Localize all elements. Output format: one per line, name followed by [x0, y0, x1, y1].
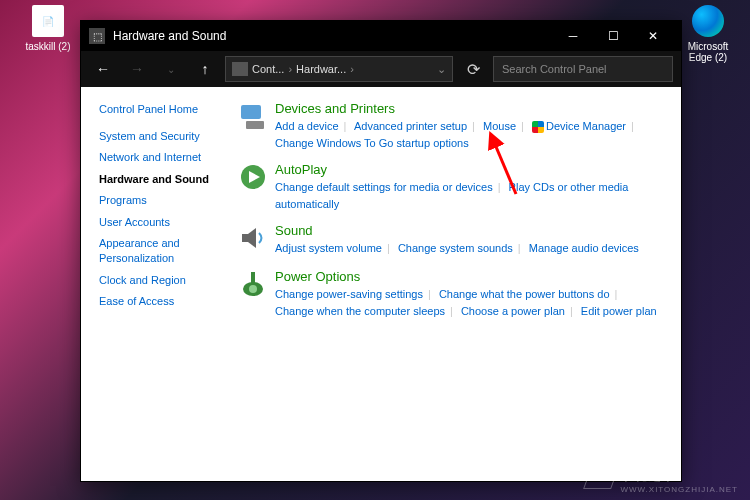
navbar: ← → ⌄ ↑ Cont... › Hardwar... › ⌄ ⟳ Searc… [81, 51, 681, 87]
power-icon [235, 269, 271, 305]
svg-rect-0 [241, 105, 261, 119]
watermark: 系统之家 WWW.XITONGZHIJIA.NET [586, 467, 738, 494]
autoplay-icon [235, 162, 271, 198]
chevron-right-icon: › [288, 63, 292, 75]
svg-marker-5 [248, 228, 256, 248]
search-placeholder: Search Control Panel [502, 63, 607, 75]
sidebar-item-programs[interactable]: Programs [99, 193, 231, 208]
desktop-icon-label: taskkill (2) [18, 41, 78, 52]
sidebar-item-system-security[interactable]: System and Security [99, 129, 231, 144]
devices-printers-icon [235, 101, 271, 137]
shield-icon [532, 121, 544, 133]
chevron-down-icon[interactable]: ⌄ [437, 63, 446, 76]
sound-icon [235, 223, 271, 259]
back-button[interactable]: ← [89, 55, 117, 83]
file-icon: 📄 [32, 5, 64, 37]
sidebar-item-user-accounts[interactable]: User Accounts [99, 215, 231, 230]
category-title[interactable]: Devices and Printers [275, 101, 671, 116]
sidebar-item-ease-access[interactable]: Ease of Access [99, 294, 231, 309]
link-add-device[interactable]: Add a device [275, 120, 339, 132]
watermark-url: WWW.XITONGZHIJIA.NET [620, 485, 738, 494]
app-icon: ⬚ [89, 28, 105, 44]
link-mouse[interactable]: Mouse [483, 120, 516, 132]
link-sleep[interactable]: Change when the computer sleeps [275, 305, 445, 317]
link-system-sounds[interactable]: Change system sounds [398, 242, 513, 254]
link-power-saving[interactable]: Change power-saving settings [275, 288, 423, 300]
breadcrumb-current[interactable]: Hardwar... [296, 63, 346, 75]
category-title[interactable]: Power Options [275, 269, 671, 284]
category-autoplay: AutoPlay Change default settings for med… [235, 162, 671, 213]
control-panel-home-link[interactable]: Control Panel Home [99, 103, 231, 115]
chevron-right-icon: › [350, 63, 354, 75]
forward-button[interactable]: → [123, 55, 151, 83]
maximize-button[interactable]: ☐ [593, 21, 633, 51]
link-device-manager[interactable]: Device Manager [546, 120, 626, 132]
window-title: Hardware and Sound [113, 29, 553, 43]
category-power-options: Power Options Change power-saving settin… [235, 269, 671, 320]
desktop-icon-edge[interactable]: Microsoft Edge (2) [678, 5, 738, 63]
recent-button[interactable]: ⌄ [157, 55, 185, 83]
minimize-button[interactable]: ─ [553, 21, 593, 51]
sidebar-item-hardware-sound[interactable]: Hardware and Sound [99, 172, 231, 187]
link-advanced-printer[interactable]: Advanced printer setup [354, 120, 467, 132]
svg-rect-7 [251, 272, 255, 284]
svg-rect-4 [242, 234, 248, 242]
category-title[interactable]: AutoPlay [275, 162, 671, 177]
control-panel-window: ⬚ Hardware and Sound ─ ☐ ✕ ← → ⌄ ↑ Cont.… [80, 20, 682, 482]
sidebar-item-appearance[interactable]: Appearance and Personalization [99, 236, 231, 267]
sidebar: Control Panel Home System and Security N… [81, 87, 231, 481]
up-button[interactable]: ↑ [191, 55, 219, 83]
control-panel-icon [232, 62, 248, 76]
desktop-icon-taskkill[interactable]: 📄 taskkill (2) [18, 5, 78, 52]
category-sound: Sound Adjust system volume| Change syste… [235, 223, 671, 259]
close-button[interactable]: ✕ [633, 21, 673, 51]
desktop-icon-label: Microsoft Edge (2) [678, 41, 738, 63]
link-adjust-volume[interactable]: Adjust system volume [275, 242, 382, 254]
breadcrumb[interactable]: Cont... › Hardwar... › ⌄ [225, 56, 453, 82]
link-audio-devices[interactable]: Manage audio devices [529, 242, 639, 254]
svg-point-8 [249, 285, 257, 293]
category-title[interactable]: Sound [275, 223, 671, 238]
main-panel: Devices and Printers Add a device| Advan… [231, 87, 681, 481]
edge-icon [692, 5, 724, 37]
watermark-logo-icon [583, 473, 617, 489]
link-windows-togo[interactable]: Change Windows To Go startup options [275, 137, 469, 149]
link-choose-plan[interactable]: Choose a power plan [461, 305, 565, 317]
category-devices-printers: Devices and Printers Add a device| Advan… [235, 101, 671, 152]
search-input[interactable]: Search Control Panel [493, 56, 673, 82]
refresh-button[interactable]: ⟳ [459, 60, 487, 79]
sidebar-item-clock-region[interactable]: Clock and Region [99, 273, 231, 288]
sidebar-item-network-internet[interactable]: Network and Internet [99, 150, 231, 165]
link-edit-plan[interactable]: Edit power plan [581, 305, 657, 317]
svg-rect-1 [246, 121, 264, 129]
breadcrumb-root[interactable]: Cont... [252, 63, 284, 75]
watermark-text: 系统之家 [620, 467, 738, 485]
titlebar: ⬚ Hardware and Sound ─ ☐ ✕ [81, 21, 681, 51]
link-power-buttons[interactable]: Change what the power buttons do [439, 288, 610, 300]
link-autoplay-defaults[interactable]: Change default settings for media or dev… [275, 181, 493, 193]
